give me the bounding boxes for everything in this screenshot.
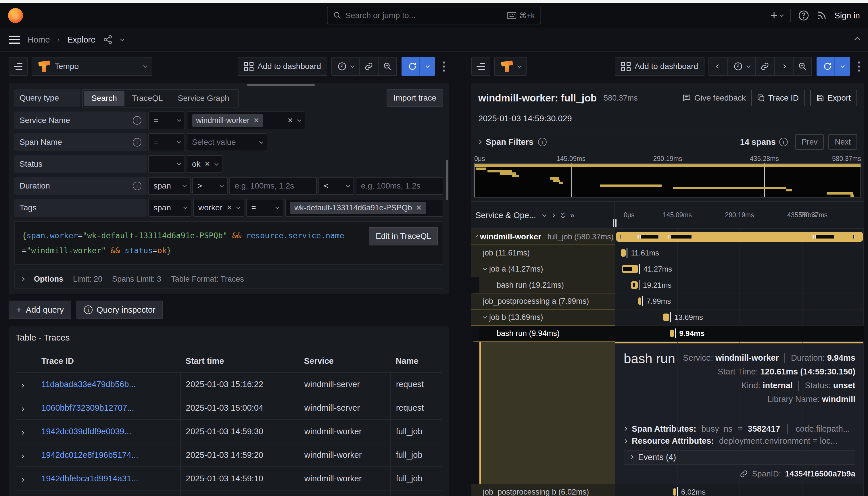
tab-service-graph[interactable]: Service Graph bbox=[170, 91, 237, 106]
chevron-right-icon[interactable] bbox=[551, 213, 555, 217]
row-expander-icon[interactable] bbox=[20, 454, 24, 458]
duration-max-input[interactable]: e.g. 100ms, 1.2s bbox=[356, 177, 443, 195]
status-value[interactable]: ok✕ bbox=[187, 155, 222, 173]
give-feedback-button[interactable]: Give feedback bbox=[682, 93, 746, 103]
trace-id-link[interactable]: 11dabada33e479db56b... bbox=[41, 379, 136, 389]
options-row[interactable]: Options Limit: 20 Spans Limit: 3 Table F… bbox=[14, 269, 443, 289]
service-name-chip[interactable]: windmill-worker✕ bbox=[192, 114, 263, 127]
tags-value[interactable]: wk-default-133114d6a91e-PSPQb✕ bbox=[285, 199, 443, 217]
span-row[interactable]: job b (13.69ms) 13.69ms bbox=[471, 310, 864, 326]
info-icon[interactable]: i bbox=[779, 138, 788, 146]
trace-id-button[interactable]: Trace ID bbox=[751, 90, 805, 106]
shift-time-back-button[interactable] bbox=[709, 57, 727, 76]
shift-time-forward-button[interactable] bbox=[774, 57, 793, 76]
duration-scope[interactable]: span bbox=[148, 177, 190, 195]
tags-key[interactable]: worker✕ bbox=[193, 199, 244, 217]
breadcrumb-chevron-icon[interactable] bbox=[120, 37, 124, 41]
prev-span-button[interactable]: Prev bbox=[795, 134, 824, 150]
col-start-time[interactable]: Start time bbox=[181, 352, 299, 372]
root-span-bar[interactable] bbox=[616, 232, 863, 242]
col-trace-id[interactable]: Trace ID bbox=[36, 352, 181, 372]
col-service[interactable]: Service bbox=[299, 352, 391, 372]
breadcrumb-home[interactable]: Home bbox=[28, 35, 50, 45]
status-operator[interactable]: = bbox=[148, 155, 185, 173]
span-row[interactable]: job_postprocessing b (6.02ms) 6.02ms bbox=[471, 484, 864, 496]
share-icon[interactable] bbox=[103, 35, 113, 45]
run-query-interval-dropdown[interactable] bbox=[419, 57, 435, 76]
datasource-picker[interactable]: Tempo bbox=[32, 57, 152, 76]
span-row-selected[interactable]: bash run (9.94ms) 9.94ms bbox=[471, 326, 864, 342]
trace-id-link[interactable]: 1942dc039dfdf9e0039... bbox=[41, 427, 131, 436]
span-name-operator[interactable]: = bbox=[148, 133, 185, 151]
query-outline-button[interactable] bbox=[9, 57, 28, 76]
run-query-interval-dropdown[interactable] bbox=[834, 57, 850, 76]
duration-op-lt[interactable]: < bbox=[319, 177, 354, 195]
zoom-out-button[interactable] bbox=[793, 57, 812, 76]
tags-scope[interactable]: span bbox=[148, 199, 191, 217]
span-bar[interactable]: 41.27ms bbox=[622, 265, 638, 273]
clear-icon[interactable]: ✕ bbox=[288, 117, 293, 124]
panel-menu-icon[interactable] bbox=[854, 62, 864, 72]
span-filters-label[interactable]: Span Filters bbox=[486, 137, 533, 147]
service-name-operator[interactable]: = bbox=[148, 111, 185, 129]
add-to-dashboard-button[interactable]: Add to dashboard bbox=[615, 57, 704, 76]
row-expander-icon[interactable] bbox=[20, 383, 24, 387]
double-chevron-right-icon[interactable]: » bbox=[570, 211, 575, 220]
help-icon[interactable] bbox=[798, 10, 809, 21]
global-search-input[interactable]: Search or jump to... ⌘+k bbox=[327, 6, 541, 25]
span-name-value[interactable]: Select value bbox=[187, 133, 267, 151]
import-trace-button[interactable]: Import trace bbox=[387, 89, 443, 107]
span-row[interactable]: job (11.61ms) 11.61ms bbox=[471, 245, 864, 261]
chevron-down-icon[interactable] bbox=[542, 213, 546, 217]
info-icon[interactable]: i bbox=[133, 138, 141, 146]
breadcrumb-explore[interactable]: Explore bbox=[67, 35, 95, 45]
row-expander-icon[interactable] bbox=[20, 407, 24, 411]
query-outline-button[interactable] bbox=[471, 57, 490, 76]
link-split-button[interactable] bbox=[755, 57, 774, 76]
export-button[interactable]: Export bbox=[810, 90, 857, 106]
time-picker-button[interactable] bbox=[331, 57, 359, 76]
time-picker-button[interactable] bbox=[727, 57, 755, 76]
duration-op-gt[interactable]: > bbox=[192, 177, 228, 195]
sign-in-link[interactable]: Sign in bbox=[834, 11, 860, 20]
menu-toggle-icon[interactable] bbox=[9, 36, 20, 44]
service-name-value[interactable]: windmill-worker✕ ✕ bbox=[187, 111, 305, 129]
row-expander-icon[interactable] bbox=[20, 431, 24, 434]
trace-id-link[interactable]: 1942dbfebca1d9914a31... bbox=[41, 474, 138, 483]
collapse-icon[interactable] bbox=[483, 315, 487, 319]
news-rss-icon[interactable] bbox=[817, 10, 827, 21]
tags-chip[interactable]: wk-default-133114d6a91e-PSPQb✕ bbox=[290, 202, 426, 214]
remove-chip-icon[interactable]: ✕ bbox=[205, 160, 211, 168]
trace-id-link[interactable]: 1060bbf732309b12707... bbox=[41, 403, 134, 413]
span-row-root[interactable]: windmill-workerfull_job (580.37ms) bbox=[471, 229, 864, 245]
collapse-panel-icon[interactable] bbox=[854, 37, 860, 43]
span-bar[interactable]: 7.99ms bbox=[638, 297, 641, 305]
expand-filters-icon[interactable] bbox=[478, 140, 482, 144]
span-row[interactable]: job a (41.27ms) 41.27ms bbox=[471, 261, 864, 277]
query-inspector-button[interactable]: iQuery inspector bbox=[76, 300, 163, 319]
span-bar[interactable]: 11.61ms bbox=[621, 249, 626, 257]
double-chevron-down-icon[interactable] bbox=[561, 212, 564, 218]
duration-min-input[interactable]: e.g. 100ms, 1.2s bbox=[229, 177, 317, 195]
span-row[interactable]: bash run (19.21ms) 19.21ms bbox=[471, 277, 864, 293]
collapse-icon[interactable] bbox=[476, 235, 478, 237]
datasource-picker-compact[interactable] bbox=[494, 57, 527, 76]
trace-id-link[interactable]: 1942dc012e8f196b5174... bbox=[41, 450, 138, 460]
tab-traceql[interactable]: TraceQL bbox=[124, 91, 170, 106]
col-name[interactable]: Name bbox=[391, 352, 442, 372]
span-bar[interactable]: 19.21ms bbox=[631, 281, 637, 289]
link-split-button[interactable] bbox=[359, 57, 378, 76]
span-row[interactable]: job_postprocessing a (7.99ms) 7.99ms bbox=[471, 293, 864, 310]
info-icon[interactable]: i bbox=[133, 182, 141, 190]
zoom-out-button[interactable] bbox=[378, 57, 397, 76]
grafana-logo-icon[interactable] bbox=[8, 8, 23, 23]
span-bar[interactable]: 6.02ms bbox=[673, 488, 676, 496]
info-icon[interactable]: i bbox=[133, 116, 141, 125]
add-to-dashboard-button[interactable]: Add to dashboard bbox=[238, 57, 327, 76]
edit-in-traceql-button[interactable]: Edit in TraceQL bbox=[369, 227, 438, 245]
remove-chip-icon[interactable]: ✕ bbox=[416, 204, 422, 212]
service-operation-column-header[interactable]: Service & Ope... bbox=[475, 211, 536, 220]
next-span-button[interactable]: Next bbox=[828, 134, 857, 150]
span-bar[interactable]: 13.69ms bbox=[663, 313, 669, 321]
tab-search[interactable]: Search bbox=[84, 91, 124, 106]
